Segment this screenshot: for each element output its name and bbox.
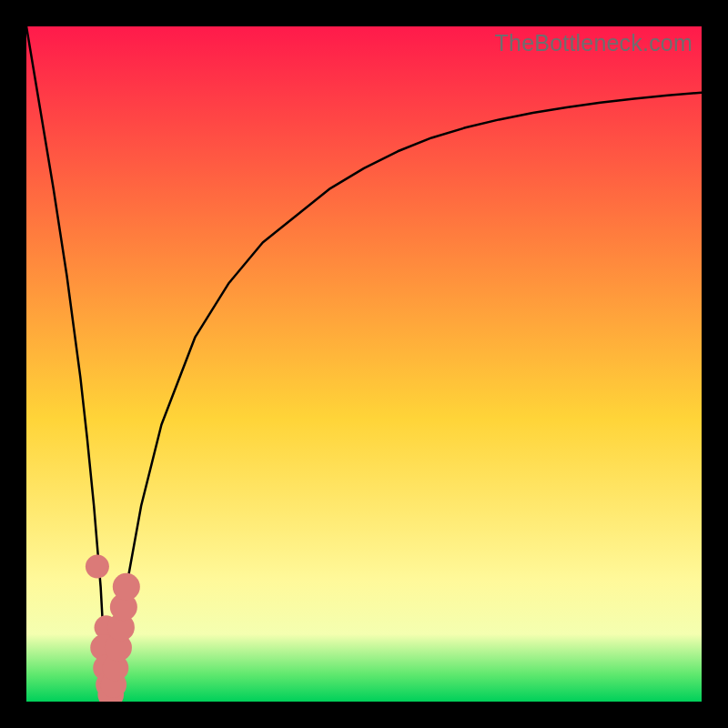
chart-svg: [26, 26, 702, 702]
chart-frame: TheBottleneck.com: [0, 0, 728, 728]
highlight-markers: [86, 555, 140, 702]
curve-left-branch: [26, 26, 111, 702]
watermark-text: TheBottleneck.com: [495, 30, 693, 56]
marker-point-0: [86, 555, 109, 579]
curve-right-branch: [111, 93, 702, 702]
plot-area: TheBottleneck.com: [26, 26, 702, 702]
marker-point-11: [113, 573, 140, 601]
